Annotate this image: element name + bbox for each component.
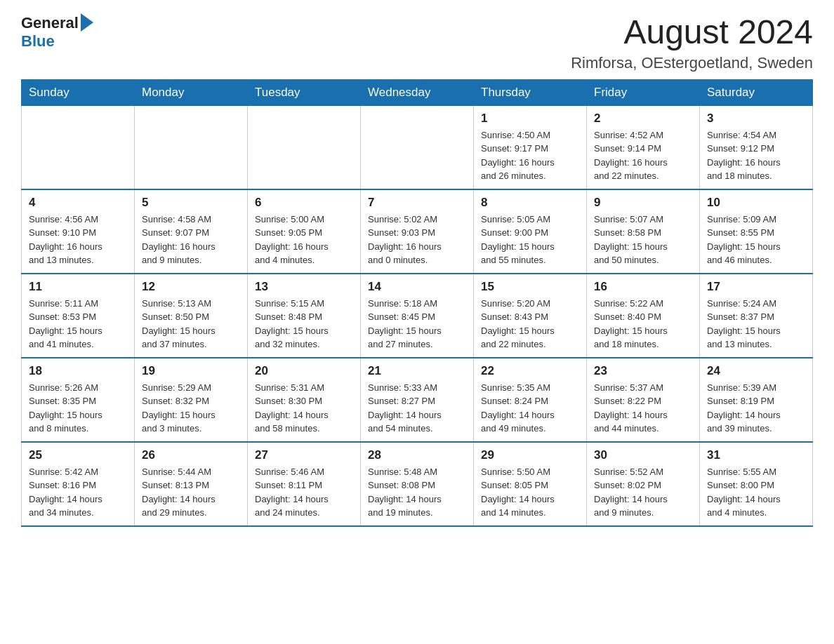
calendar-cell: 22Sunrise: 5:35 AM Sunset: 8:24 PM Dayli… — [474, 358, 587, 442]
calendar-cell: 1Sunrise: 4:50 AM Sunset: 9:17 PM Daylig… — [474, 105, 587, 189]
calendar-cell: 3Sunrise: 4:54 AM Sunset: 9:12 PM Daylig… — [700, 105, 813, 189]
day-number: 7 — [368, 196, 466, 210]
calendar-body: 1Sunrise: 4:50 AM Sunset: 9:17 PM Daylig… — [22, 105, 813, 526]
logo: General Blue — [21, 14, 93, 51]
day-info: Sunrise: 5:13 AM Sunset: 8:50 PM Dayligh… — [142, 297, 240, 351]
day-number: 2 — [594, 112, 692, 126]
day-info: Sunrise: 4:58 AM Sunset: 9:07 PM Dayligh… — [142, 213, 240, 267]
day-number: 17 — [707, 280, 805, 294]
calendar-cell: 6Sunrise: 5:00 AM Sunset: 9:05 PM Daylig… — [248, 189, 361, 274]
day-info: Sunrise: 5:26 AM Sunset: 8:35 PM Dayligh… — [29, 381, 127, 436]
calendar-cell — [248, 105, 361, 189]
day-info: Sunrise: 5:09 AM Sunset: 8:55 PM Dayligh… — [707, 213, 805, 267]
calendar-cell: 21Sunrise: 5:33 AM Sunset: 8:27 PM Dayli… — [361, 358, 474, 442]
day-info: Sunrise: 4:54 AM Sunset: 9:12 PM Dayligh… — [707, 128, 805, 183]
calendar-cell: 11Sunrise: 5:11 AM Sunset: 8:53 PM Dayli… — [22, 274, 135, 358]
calendar-cell: 25Sunrise: 5:42 AM Sunset: 8:16 PM Dayli… — [22, 442, 135, 526]
calendar-cell: 27Sunrise: 5:46 AM Sunset: 8:11 PM Dayli… — [248, 442, 361, 526]
day-number: 12 — [142, 280, 240, 294]
day-number: 14 — [368, 280, 466, 294]
day-number: 19 — [142, 364, 240, 378]
day-number: 11 — [29, 280, 127, 294]
header-sunday: Sunday — [22, 79, 135, 105]
day-number: 28 — [368, 448, 466, 462]
day-number: 25 — [29, 448, 127, 462]
day-number: 6 — [255, 196, 353, 210]
header-friday: Friday — [587, 79, 700, 105]
week-row-1: 1Sunrise: 4:50 AM Sunset: 9:17 PM Daylig… — [22, 105, 813, 189]
day-number: 18 — [29, 364, 127, 378]
week-row-3: 11Sunrise: 5:11 AM Sunset: 8:53 PM Dayli… — [22, 274, 813, 358]
week-row-5: 25Sunrise: 5:42 AM Sunset: 8:16 PM Dayli… — [22, 442, 813, 526]
month-year-title: August 2024 — [571, 14, 813, 51]
day-number: 20 — [255, 364, 353, 378]
day-info: Sunrise: 5:48 AM Sunset: 8:08 PM Dayligh… — [368, 465, 466, 520]
header-thursday: Thursday — [474, 79, 587, 105]
day-info: Sunrise: 5:42 AM Sunset: 8:16 PM Dayligh… — [29, 465, 127, 520]
day-number: 23 — [594, 364, 692, 378]
calendar-cell: 20Sunrise: 5:31 AM Sunset: 8:30 PM Dayli… — [248, 358, 361, 442]
calendar-cell: 8Sunrise: 5:05 AM Sunset: 9:00 PM Daylig… — [474, 189, 587, 274]
header-wednesday: Wednesday — [361, 79, 474, 105]
day-info: Sunrise: 4:50 AM Sunset: 9:17 PM Dayligh… — [481, 128, 579, 183]
day-info: Sunrise: 4:52 AM Sunset: 9:14 PM Dayligh… — [594, 128, 692, 183]
calendar-cell: 9Sunrise: 5:07 AM Sunset: 8:58 PM Daylig… — [587, 189, 700, 274]
calendar-cell: 23Sunrise: 5:37 AM Sunset: 8:22 PM Dayli… — [587, 358, 700, 442]
calendar-cell: 30Sunrise: 5:52 AM Sunset: 8:02 PM Dayli… — [587, 442, 700, 526]
calendar-cell: 17Sunrise: 5:24 AM Sunset: 8:37 PM Dayli… — [700, 274, 813, 358]
calendar-cell: 29Sunrise: 5:50 AM Sunset: 8:05 PM Dayli… — [474, 442, 587, 526]
day-info: Sunrise: 5:24 AM Sunset: 8:37 PM Dayligh… — [707, 297, 805, 351]
calendar-cell: 12Sunrise: 5:13 AM Sunset: 8:50 PM Dayli… — [135, 274, 248, 358]
day-number: 3 — [707, 112, 805, 126]
calendar-cell: 16Sunrise: 5:22 AM Sunset: 8:40 PM Dayli… — [587, 274, 700, 358]
calendar-cell: 19Sunrise: 5:29 AM Sunset: 8:32 PM Dayli… — [135, 358, 248, 442]
day-info: Sunrise: 5:44 AM Sunset: 8:13 PM Dayligh… — [142, 465, 240, 520]
week-row-2: 4Sunrise: 4:56 AM Sunset: 9:10 PM Daylig… — [22, 189, 813, 274]
title-block: August 2024 Rimforsa, OEstergoetland, Sw… — [571, 14, 813, 72]
week-row-4: 18Sunrise: 5:26 AM Sunset: 8:35 PM Dayli… — [22, 358, 813, 442]
day-info: Sunrise: 5:52 AM Sunset: 8:02 PM Dayligh… — [594, 465, 692, 520]
day-number: 21 — [368, 364, 466, 378]
day-number: 27 — [255, 448, 353, 462]
calendar-cell — [361, 105, 474, 189]
day-info: Sunrise: 5:07 AM Sunset: 8:58 PM Dayligh… — [594, 213, 692, 267]
day-number: 13 — [255, 280, 353, 294]
day-number: 30 — [594, 448, 692, 462]
day-info: Sunrise: 5:39 AM Sunset: 8:19 PM Dayligh… — [707, 381, 805, 436]
day-info: Sunrise: 5:05 AM Sunset: 9:00 PM Dayligh… — [481, 213, 579, 267]
calendar-cell: 4Sunrise: 4:56 AM Sunset: 9:10 PM Daylig… — [22, 189, 135, 274]
calendar-cell: 28Sunrise: 5:48 AM Sunset: 8:08 PM Dayli… — [361, 442, 474, 526]
calendar-cell: 10Sunrise: 5:09 AM Sunset: 8:55 PM Dayli… — [700, 189, 813, 274]
day-number: 24 — [707, 364, 805, 378]
day-number: 1 — [481, 112, 579, 126]
calendar-cell: 5Sunrise: 4:58 AM Sunset: 9:07 PM Daylig… — [135, 189, 248, 274]
day-info: Sunrise: 5:37 AM Sunset: 8:22 PM Dayligh… — [594, 381, 692, 436]
calendar-cell: 26Sunrise: 5:44 AM Sunset: 8:13 PM Dayli… — [135, 442, 248, 526]
calendar-cell: 7Sunrise: 5:02 AM Sunset: 9:03 PM Daylig… — [361, 189, 474, 274]
logo-arrow-icon — [81, 13, 93, 32]
day-info: Sunrise: 5:35 AM Sunset: 8:24 PM Dayligh… — [481, 381, 579, 436]
header-row: SundayMondayTuesdayWednesdayThursdayFrid… — [22, 79, 813, 105]
day-info: Sunrise: 5:31 AM Sunset: 8:30 PM Dayligh… — [255, 381, 353, 436]
calendar-cell — [22, 105, 135, 189]
calendar-cell: 31Sunrise: 5:55 AM Sunset: 8:00 PM Dayli… — [700, 442, 813, 526]
calendar-cell — [135, 105, 248, 189]
day-number: 16 — [594, 280, 692, 294]
calendar-header: SundayMondayTuesdayWednesdayThursdayFrid… — [22, 79, 813, 105]
calendar-cell: 2Sunrise: 4:52 AM Sunset: 9:14 PM Daylig… — [587, 105, 700, 189]
day-info: Sunrise: 4:56 AM Sunset: 9:10 PM Dayligh… — [29, 213, 127, 267]
day-number: 15 — [481, 280, 579, 294]
day-info: Sunrise: 5:46 AM Sunset: 8:11 PM Dayligh… — [255, 465, 353, 520]
day-info: Sunrise: 5:15 AM Sunset: 8:48 PM Dayligh… — [255, 297, 353, 351]
day-number: 8 — [481, 196, 579, 210]
calendar-cell: 18Sunrise: 5:26 AM Sunset: 8:35 PM Dayli… — [22, 358, 135, 442]
calendar-cell: 14Sunrise: 5:18 AM Sunset: 8:45 PM Dayli… — [361, 274, 474, 358]
day-info: Sunrise: 5:22 AM Sunset: 8:40 PM Dayligh… — [594, 297, 692, 351]
day-number: 4 — [29, 196, 127, 210]
header-tuesday: Tuesday — [248, 79, 361, 105]
calendar-cell: 24Sunrise: 5:39 AM Sunset: 8:19 PM Dayli… — [700, 358, 813, 442]
day-number: 9 — [594, 196, 692, 210]
day-info: Sunrise: 5:18 AM Sunset: 8:45 PM Dayligh… — [368, 297, 466, 351]
day-info: Sunrise: 5:50 AM Sunset: 8:05 PM Dayligh… — [481, 465, 579, 520]
calendar-table: SundayMondayTuesdayWednesdayThursdayFrid… — [21, 79, 813, 527]
